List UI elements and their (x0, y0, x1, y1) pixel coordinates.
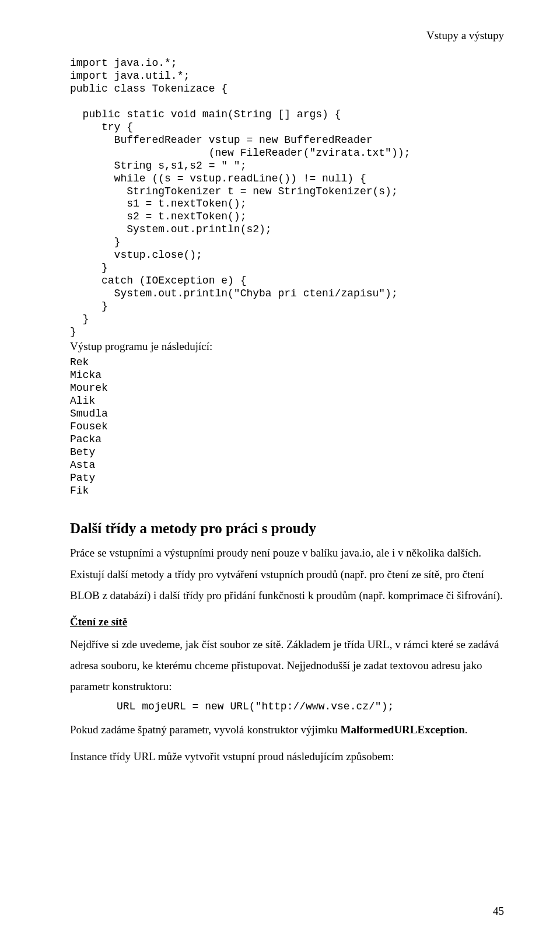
code-block-output: Rek Micka Mourek Alik Smudla Fousek Pack… (70, 356, 504, 497)
para3-bold: MalformedURLException (341, 723, 465, 736)
code-line-url: URL mojeURL = new URL("http://www.vse.cz… (117, 701, 504, 713)
paragraph-4: Instance třídy URL může vytvořit vstupní… (70, 746, 504, 767)
output-intro-text: Výstup programu je následující: (70, 340, 504, 353)
paragraph-1: Práce se vstupními a výstupními proudy n… (70, 543, 504, 606)
running-header: Vstupy a výstupy (70, 29, 504, 42)
subsection-heading: Čtení ze sítě (70, 615, 504, 628)
paragraph-2: Nejdříve si zde uvedeme, jak číst soubor… (70, 634, 504, 697)
page-container: Vstupy a výstupy import java.io.*; impor… (0, 0, 560, 941)
para3-pre: Pokud zadáme špatný parametr, vyvolá kon… (70, 723, 341, 736)
page-number: 45 (493, 905, 504, 918)
section-heading: Další třídy a metody pro práci s proudy (70, 520, 504, 537)
code-block-source: import java.io.*; import java.util.*; pu… (70, 57, 504, 339)
para3-post: . (465, 723, 468, 736)
paragraph-3: Pokud zadáme špatný parametr, vyvolá kon… (70, 719, 504, 740)
